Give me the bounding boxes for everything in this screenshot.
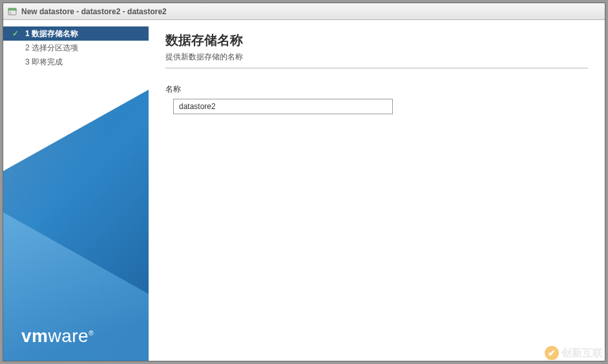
window-title: New datastore - datastore2 - datastore2 (21, 7, 167, 16)
svg-point-3 (10, 13, 11, 14)
wizard-step-label: 1 数据存储名称 (25, 28, 149, 39)
wizard-step-label: 2 选择分区选项 (25, 43, 149, 54)
page-subtitle: 提供新数据存储的名称 (165, 52, 588, 68)
name-label: 名称 (165, 84, 588, 95)
wizard-step-2[interactable]: ✓ 2 选择分区选项 (3, 41, 149, 55)
page-title: 数据存储名称 (165, 32, 588, 49)
wizard-content: 数据存储名称 提供新数据存储的名称 名称 (149, 20, 605, 361)
titlebar: New datastore - datastore2 - datastore2 (3, 3, 605, 20)
wizard-step-3[interactable]: ✓ 3 即将完成 (3, 55, 149, 69)
wizard-step-1[interactable]: ✓ 1 数据存储名称 (3, 26, 149, 41)
dialog-body: ✓ 1 数据存储名称 ✓ 2 选择分区选项 ✓ 3 即将完成 vmwa (3, 20, 605, 361)
datastore-name-input[interactable] (173, 99, 393, 114)
vmware-logo: vmware® (21, 326, 94, 347)
svg-rect-1 (8, 8, 16, 10)
wizard-sidebar: ✓ 1 数据存储名称 ✓ 2 选择分区选项 ✓ 3 即将完成 vmwa (3, 20, 149, 361)
svg-point-2 (10, 12, 11, 13)
datastore-icon (7, 6, 17, 17)
dialog-window: New datastore - datastore2 - datastore2 … (3, 3, 605, 361)
check-icon: ✓ (12, 29, 21, 38)
wizard-step-label: 3 即将完成 (25, 57, 149, 68)
